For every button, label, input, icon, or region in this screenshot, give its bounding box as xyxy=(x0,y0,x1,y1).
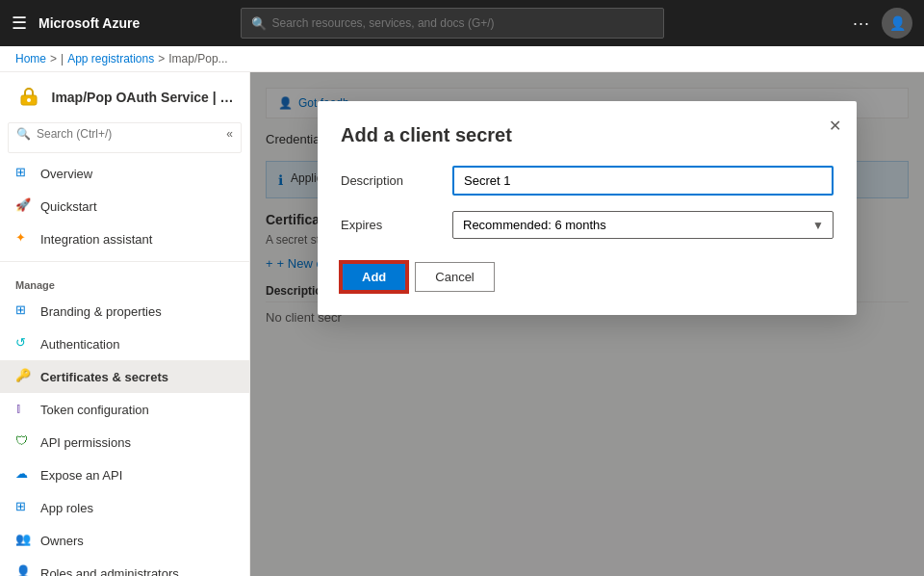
overview-icon: ⊞ xyxy=(15,165,33,182)
sidebar-item-expose[interactable]: ☁ Expose an API xyxy=(0,458,249,491)
sidebar-item-approles-label: App roles xyxy=(40,501,93,515)
sidebar-search-icon: 🔍 xyxy=(16,127,31,141)
sidebar-item-authentication-label: Authentication xyxy=(40,337,119,352)
sidebar-item-branding-label: Branding & properties xyxy=(40,304,162,319)
content-area: Imap/Pop OAuth Service | Ce 🔍 « ⊞ Overvi… xyxy=(0,72,924,576)
expires-row: Expires Recommended: 6 months 3 months 1… xyxy=(341,211,834,239)
sidebar-item-api-label: API permissions xyxy=(40,435,131,450)
sidebar: Imap/Pop OAuth Service | Ce 🔍 « ⊞ Overvi… xyxy=(0,72,250,576)
search-icon: 🔍 xyxy=(251,16,267,31)
more-options-icon[interactable]: ··· xyxy=(853,13,870,34)
sidebar-item-certificates[interactable]: 🔑 Certificates & secrets xyxy=(0,360,249,393)
svg-point-1 xyxy=(27,98,31,102)
sidebar-item-roles-admin[interactable]: 👤 Roles and administrators xyxy=(0,557,249,576)
breadcrumb-current: Imap/Pop... xyxy=(168,52,227,65)
certificates-icon: 🔑 xyxy=(15,368,33,385)
modal-overlay: Add a client secret ✕ Description Expire… xyxy=(250,72,924,576)
sidebar-item-quickstart[interactable]: 🚀 Quickstart xyxy=(0,190,249,223)
sidebar-scroll-area: ⊞ Overview 🚀 Quickstart ✦ Integration as… xyxy=(0,157,249,576)
api-icon: 🛡 xyxy=(15,433,33,451)
sidebar-item-overview[interactable]: ⊞ Overview xyxy=(0,157,249,190)
add-button[interactable]: Add xyxy=(341,262,407,292)
sidebar-header: Imap/Pop OAuth Service | Ce xyxy=(0,72,249,122)
main-layout: Home > | App registrations > Imap/Pop...… xyxy=(0,46,924,576)
quickstart-icon: 🚀 xyxy=(15,197,33,215)
expires-label: Expires xyxy=(341,218,437,232)
breadcrumb-sep2: > xyxy=(158,52,165,65)
owners-icon: 👥 xyxy=(15,532,33,549)
approles-icon: ⊞ xyxy=(15,499,33,516)
user-avatar[interactable]: 👤 xyxy=(882,8,912,39)
sidebar-item-api[interactable]: 🛡 API permissions xyxy=(0,426,249,458)
description-input[interactable] xyxy=(452,166,834,196)
sidebar-item-authentication[interactable]: ↺ Authentication xyxy=(0,327,249,360)
sidebar-item-token-label: Token configuration xyxy=(40,403,149,417)
main-panel: 👤 Got feedb Credentials ena tokens at a … xyxy=(250,72,924,576)
sidebar-item-quickstart-label: Quickstart xyxy=(40,199,97,214)
app-logo: Microsoft Azure xyxy=(38,15,140,31)
sidebar-item-owners-label: Owners xyxy=(40,534,84,548)
modal-close-button[interactable]: ✕ xyxy=(829,117,841,135)
breadcrumb-separator: | xyxy=(61,52,64,65)
topbar-right: ··· 👤 xyxy=(853,8,912,39)
sidebar-item-approles[interactable]: ⊞ App roles xyxy=(0,491,249,524)
cancel-button[interactable]: Cancel xyxy=(415,262,494,292)
expires-select-wrapper: Recommended: 6 months 3 months 12 months… xyxy=(452,211,834,239)
token-icon: ⫿ xyxy=(15,401,33,418)
sidebar-item-expose-label: Expose an API xyxy=(40,468,122,483)
sidebar-item-roles-admin-label: Roles and administrators xyxy=(40,566,179,577)
sidebar-item-owners[interactable]: 👥 Owners xyxy=(0,524,249,557)
breadcrumb: Home > | App registrations > Imap/Pop... xyxy=(0,46,924,72)
manage-section-label: Manage xyxy=(0,268,249,295)
modal-title: Add a client secret xyxy=(341,124,834,146)
expires-select[interactable]: Recommended: 6 months 3 months 12 months… xyxy=(452,211,834,239)
global-search-bar[interactable]: 🔍 xyxy=(241,8,664,39)
sidebar-title: Imap/Pop OAuth Service | Ce xyxy=(52,90,235,105)
add-client-secret-modal: Add a client secret ✕ Description Expire… xyxy=(318,101,857,315)
global-search-input[interactable] xyxy=(272,16,654,30)
breadcrumb-sep1: > xyxy=(50,52,57,65)
breadcrumb-app-registrations[interactable]: App registrations xyxy=(67,52,154,65)
sidebar-item-integration-label: Integration assistant xyxy=(40,232,152,247)
topbar: ☰ Microsoft Azure 🔍 ··· 👤 xyxy=(0,0,924,46)
sidebar-collapse-button[interactable]: « xyxy=(226,127,233,141)
sidebar-search-input[interactable] xyxy=(31,123,226,144)
sidebar-item-certificates-label: Certificates & secrets xyxy=(40,370,168,384)
expose-icon: ☁ xyxy=(15,466,33,484)
description-label: Description xyxy=(341,173,437,188)
sidebar-divider xyxy=(0,261,249,262)
service-icon xyxy=(15,84,42,111)
integration-icon: ✦ xyxy=(15,230,33,248)
sidebar-item-integration[interactable]: ✦ Integration assistant xyxy=(0,223,249,255)
branding-icon: ⊞ xyxy=(15,302,33,320)
sidebar-item-overview-label: Overview xyxy=(40,167,92,181)
breadcrumb-home[interactable]: Home xyxy=(15,52,46,65)
sidebar-item-branding[interactable]: ⊞ Branding & properties xyxy=(0,295,249,327)
sidebar-item-token[interactable]: ⫿ Token configuration xyxy=(0,393,249,426)
modal-footer: Add Cancel xyxy=(341,262,834,292)
sidebar-search-container[interactable]: 🔍 « xyxy=(8,122,242,153)
authentication-icon: ↺ xyxy=(15,335,33,353)
description-row: Description xyxy=(341,166,834,196)
menu-icon[interactable]: ☰ xyxy=(12,13,27,34)
roles-admin-icon: 👤 xyxy=(15,564,33,576)
